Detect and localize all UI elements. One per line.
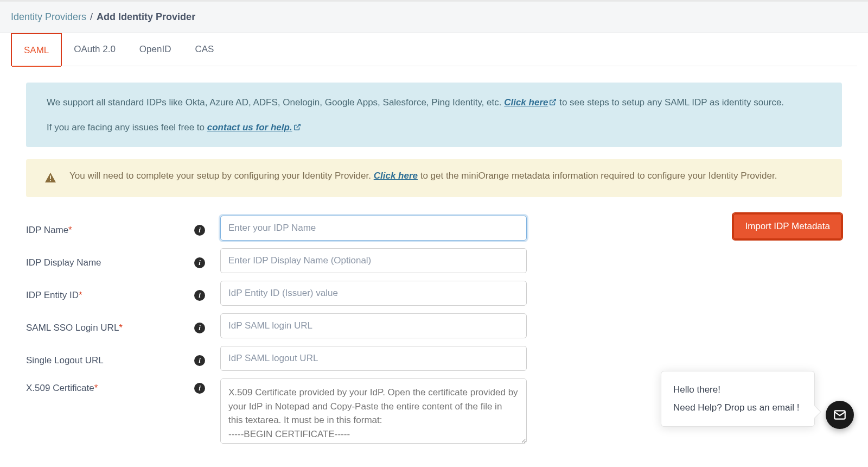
- tab-cas[interactable]: CAS: [183, 33, 226, 66]
- info-text-1a: We support all standard IDPs like Okta, …: [47, 97, 504, 108]
- info-icon[interactable]: i: [194, 323, 205, 333]
- info-icon[interactable]: i: [194, 290, 205, 301]
- info-icon[interactable]: i: [194, 225, 205, 236]
- help-popup: Hello there! Need Help? Drop us an email…: [661, 371, 815, 427]
- idp-entity-id-label: IDP Entity ID*: [26, 286, 194, 301]
- single-logout-url-input[interactable]: [220, 346, 527, 371]
- sso-login-url-input[interactable]: [220, 313, 527, 338]
- warn-text-a: You will need to complete your setup by …: [69, 171, 374, 181]
- import-metadata-button[interactable]: Import IDP Metadata: [733, 213, 842, 239]
- info-icon[interactable]: i: [194, 257, 205, 268]
- idp-entity-id-input[interactable]: [220, 281, 527, 306]
- x509-cert-textarea[interactable]: [220, 378, 527, 444]
- external-link-icon: [293, 123, 301, 131]
- info-icon[interactable]: i: [194, 355, 205, 366]
- idp-display-name-input[interactable]: [220, 248, 527, 273]
- breadcrumb-parent-link[interactable]: Identity Providers: [11, 11, 86, 22]
- breadcrumb: Identity Providers / Add Identity Provid…: [11, 11, 857, 23]
- breadcrumb-separator: /: [90, 11, 93, 22]
- idp-display-name-label: IDP Display Name: [26, 253, 194, 268]
- warning-alert: You will need to complete your setup by …: [26, 159, 842, 197]
- breadcrumb-bar: Identity Providers / Add Identity Provid…: [0, 0, 868, 33]
- svg-line-1: [296, 124, 299, 128]
- tab-openid[interactable]: OpenID: [127, 33, 183, 66]
- tab-saml[interactable]: SAML: [11, 33, 62, 66]
- sso-login-url-label: SAML SSO Login URL*: [26, 318, 194, 333]
- warning-icon: [44, 172, 56, 187]
- x509-cert-label: X.509 Certificate*: [26, 378, 194, 394]
- contact-help-link[interactable]: contact us for help.: [207, 122, 301, 132]
- mail-icon: [833, 408, 847, 422]
- chat-fab[interactable]: [826, 401, 854, 429]
- svg-rect-2: [50, 175, 51, 179]
- info-icon[interactable]: i: [194, 383, 205, 394]
- info-alert: We support all standard IDPs like Okta, …: [26, 83, 842, 147]
- info-text-2a: If you are facing any issues feel free t…: [47, 122, 207, 132]
- setup-steps-link[interactable]: Click here: [504, 97, 557, 108]
- tab-oauth[interactable]: OAuth 2.0: [62, 33, 127, 66]
- svg-rect-3: [50, 180, 51, 181]
- warn-text-b: to get the miniOrange metadata informati…: [418, 171, 777, 181]
- help-line2: Need Help? Drop us an email !: [673, 399, 802, 416]
- help-line1: Hello there!: [673, 381, 802, 399]
- single-logout-url-label: Single Logout URL: [26, 351, 194, 366]
- metadata-info-link[interactable]: Click here: [374, 171, 418, 181]
- svg-line-0: [552, 99, 556, 103]
- info-text-1b: to see steps to setup any SAML IDP as id…: [557, 97, 784, 108]
- breadcrumb-current: Add Identity Provider: [97, 11, 195, 22]
- idp-name-label: IDP Name*: [26, 220, 194, 236]
- protocol-tabs: SAML OAuth 2.0 OpenID CAS: [11, 33, 857, 66]
- idp-name-input[interactable]: [220, 216, 527, 241]
- external-link-icon: [549, 98, 557, 106]
